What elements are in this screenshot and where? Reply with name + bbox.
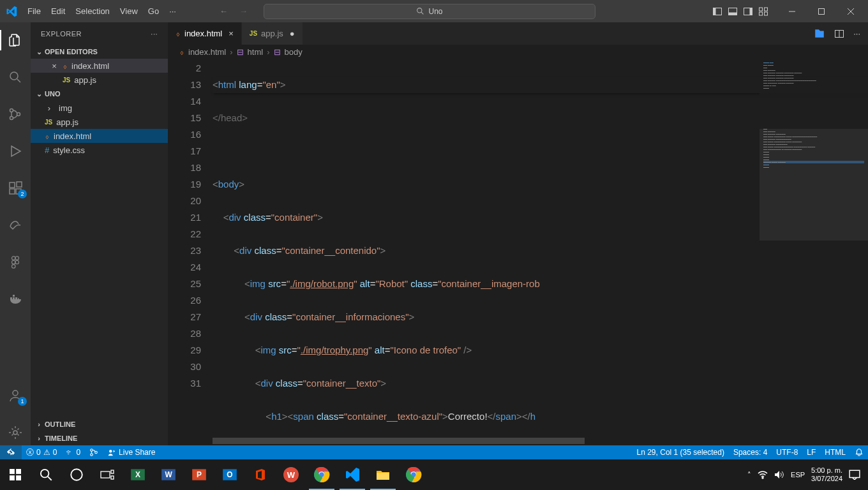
file-explorer-icon[interactable] [368,459,398,490]
tab-index-html[interactable]: ⬨ index.html × [168,22,242,45]
ports-status[interactable]: ᯤ0 [61,448,85,457]
radio-tower-icon: ᯤ [66,448,73,457]
search-placeholder: Uno [428,7,442,16]
app-icon[interactable]: W [276,459,306,490]
more-actions-icon[interactable]: ··· [853,29,860,38]
task-view-icon[interactable] [92,459,123,490]
file-item[interactable]: ⬨ index.html [31,129,168,143]
language-mode[interactable]: HTML [820,448,850,457]
word-icon[interactable]: W [153,459,184,490]
docker-icon[interactable] [0,286,31,312]
notifications-icon[interactable] [850,448,868,457]
powerpoint-icon[interactable]: P [184,459,214,490]
menu-go[interactable]: Go [143,0,164,22]
figma-icon[interactable] [0,249,31,275]
svg-point-18 [10,109,13,112]
action-center-icon[interactable] [849,470,860,480]
encoding-status[interactable]: UTF-8 [772,448,802,457]
minimize-button[interactable] [777,0,807,22]
timeline-section[interactable]: ›TIMELINE [31,431,168,445]
customize-layout-icon[interactable] [758,6,768,17]
window-controls [777,0,865,22]
breadcrumbs[interactable]: ⬨ index.html › ⊟ html › ⊟ body [168,45,868,59]
svg-rect-39 [16,469,21,474]
toggle-primary-sidebar-icon[interactable] [712,6,722,17]
menu-selection[interactable]: Selection [70,0,114,22]
svg-point-26 [15,256,19,260]
extensions-badge: 2 [18,189,27,198]
open-editor-item[interactable]: × JS app.js [31,73,168,87]
menu-overflow-icon[interactable]: ··· [164,0,181,22]
minimap[interactable]: ▬▬▬ ▬▬▬▬ ▬▬▬ ▬▬ ▬▬ ▬▬▬▬ ▬▬ ▬▬▬▬ ▬▬▬▬ ▬▬▬… [760,59,868,438]
menu-file[interactable]: File [22,0,46,22]
vscode-logo-icon [0,6,22,17]
tab-close-icon[interactable]: × [228,29,234,38]
status-bar: ⓧ0 ⚠0 ᯤ0 Live Share Ln 29, Col 1 (35 sel… [0,445,868,459]
svg-point-35 [91,454,93,456]
compare-changes-icon[interactable] [814,28,825,40]
file-item[interactable]: JS app.js [31,115,168,129]
office-icon[interactable] [245,459,276,490]
close-icon[interactable]: × [50,61,59,71]
maximize-button[interactable] [807,0,836,22]
nav-back-icon[interactable]: ← [220,6,228,16]
accounts-icon[interactable]: 1 [0,383,31,408]
chevron-down-icon: ⌄ [34,90,43,98]
title-bar: File Edit Selection View Go ··· ← → Uno [0,0,868,22]
close-button[interactable] [836,0,865,22]
git-status[interactable] [85,448,103,457]
folder-section[interactable]: ⌄UNO [31,87,168,101]
toggle-secondary-sidebar-icon[interactable] [743,6,753,17]
command-center[interactable]: Uno [264,4,595,19]
vscode-taskbar-icon[interactable] [337,459,368,490]
windows-taskbar: X W P O W ˄ ESP 5:00 p. m. 3/07/2024 [0,459,868,490]
file-item[interactable]: # style.css [31,143,168,157]
source-control-icon[interactable] [0,101,31,127]
svg-rect-11 [765,12,768,15]
outline-section[interactable]: ›OUTLINE [31,417,168,431]
eol-status[interactable]: LF [802,448,820,457]
start-button[interactable] [0,459,31,490]
horizontal-scrollbar[interactable] [213,438,760,445]
svg-rect-3 [714,8,716,15]
split-editor-icon[interactable] [834,29,844,39]
input-language[interactable]: ESP [791,471,805,479]
menu-edit[interactable]: Edit [46,0,70,22]
problems-status[interactable]: ⓧ0 ⚠0 [22,447,61,458]
chrome-icon[interactable] [306,459,337,490]
html-file-icon: ⬨ [63,61,68,71]
search-activity-icon[interactable] [0,64,31,90]
cursor-position[interactable]: Ln 29, Col 1 (35 selected) [632,448,729,457]
volume-icon[interactable] [774,470,784,479]
taskbar-search-icon[interactable] [31,459,61,490]
chrome-icon-2[interactable] [398,459,429,490]
folder-item[interactable]: › img [31,101,168,115]
svg-point-42 [41,470,49,478]
open-editor-item[interactable]: × ⬨ index.html [31,59,168,73]
outlook-icon[interactable]: O [214,459,245,490]
indentation-status[interactable]: Spaces: 4 [729,448,772,457]
cortana-icon[interactable] [61,459,92,490]
nav-forward-icon[interactable]: → [239,6,248,16]
tray-chevron-icon[interactable]: ˄ [747,471,751,479]
open-editors-section[interactable]: ⌄OPEN EDITORS [31,45,168,59]
menu-view[interactable]: View [115,0,143,22]
toggle-panel-icon[interactable] [728,6,738,17]
tab-app-js[interactable]: JS app.js ● [242,22,303,45]
excel-icon[interactable]: X [123,459,153,490]
sidebar-more-icon[interactable]: ··· [151,30,158,38]
clock[interactable]: 5:00 p. m. 3/07/2024 [811,466,842,483]
extensions-icon[interactable]: 2 [0,175,31,201]
remote-indicator[interactable] [0,445,22,459]
svg-text:W: W [287,470,296,480]
settings-gear-icon[interactable] [0,420,31,445]
explorer-icon[interactable] [0,27,31,53]
run-debug-icon[interactable] [0,138,31,164]
remote-explorer-icon[interactable] [0,212,31,238]
svg-rect-41 [16,475,21,480]
wifi-icon[interactable] [758,470,768,479]
svg-point-28 [12,260,16,264]
symbol-icon: ⊟ [237,47,244,57]
svg-point-0 [417,8,422,13]
live-share-status[interactable]: Live Share [103,448,160,457]
